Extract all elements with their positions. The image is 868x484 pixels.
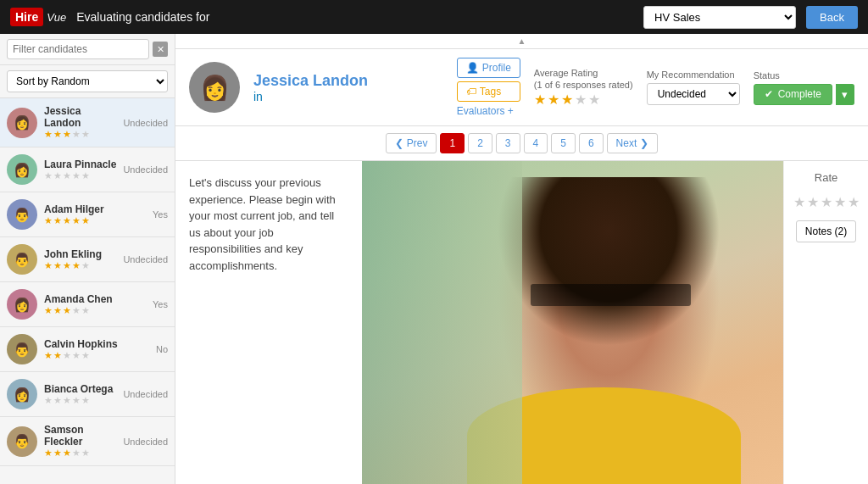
candidate-rating: ★★★★★ — [44, 305, 146, 316]
profile-button[interactable]: 👤 Profile — [457, 58, 520, 78]
star-empty: ★ — [575, 92, 587, 108]
status-caret-button[interactable]: ▾ — [836, 84, 854, 105]
question-panel: Let's discuss your previous experience. … — [175, 161, 362, 484]
star-filled: ★ — [53, 448, 62, 459]
back-button[interactable]: Back — [806, 6, 858, 29]
star-empty: ★ — [81, 395, 90, 406]
rate-stars[interactable]: ★★★★★ — [793, 194, 860, 210]
rate-star[interactable]: ★ — [848, 194, 860, 210]
star-empty: ★ — [44, 395, 53, 406]
candidate-info: Calvin Hopkins★★★★★ — [44, 338, 149, 361]
evaluators-link[interactable]: Evaluators + — [457, 105, 520, 117]
star-filled: ★ — [53, 260, 62, 271]
star-empty: ★ — [72, 395, 81, 406]
rate-star[interactable]: ★ — [793, 194, 805, 210]
star-empty: ★ — [72, 305, 81, 316]
avatar: 👨 — [7, 244, 37, 275]
search-input[interactable] — [7, 39, 149, 59]
candidate-info: Jessica Landon★★★★★ — [44, 105, 116, 140]
rec-select[interactable]: Undecided Yes No — [647, 83, 740, 105]
candidate-list-item[interactable]: 👨Adam Hilger★★★★★Yes — [0, 192, 175, 237]
star-empty: ★ — [72, 170, 81, 181]
star-empty: ★ — [81, 305, 90, 316]
star-empty: ★ — [81, 350, 90, 361]
star-empty: ★ — [81, 260, 90, 271]
candidate-status: Undecided — [123, 389, 168, 399]
star-filled: ★ — [534, 92, 546, 108]
pagination-bar: ❮ Prev 1 2 3 4 5 6 Next ❯ — [175, 126, 868, 161]
star-empty: ★ — [63, 350, 71, 361]
avg-rating-sub: (1 of 6 responses rated) — [534, 80, 633, 90]
star-empty: ★ — [81, 170, 90, 181]
candidate-list-item[interactable]: 👨John Ekling★★★★★Undecided — [0, 237, 175, 282]
status-section: Status ✔ Complete ▾ — [754, 70, 854, 105]
sort-row: Sort by Random Sort by Name Sort by Rati… — [0, 65, 175, 98]
candidate-list-item[interactable]: 👩Jessica Landon★★★★★Undecided — [0, 98, 175, 147]
candidate-rating: ★★★★★ — [44, 129, 116, 140]
star-filled: ★ — [53, 305, 62, 316]
rate-star[interactable]: ★ — [821, 194, 832, 210]
candidate-info: Adam Hilger★★★★★ — [44, 203, 146, 226]
star-filled: ★ — [548, 92, 559, 108]
candidate-info: Samson Fleckler★★★★★ — [44, 424, 116, 459]
avatar: 👩 — [189, 62, 240, 113]
candidate-list-item[interactable]: 👩Laura Pinnacle★★★★★Undecided — [0, 147, 175, 192]
candidate-name: Amanda Chen — [44, 293, 146, 305]
star-empty: ★ — [81, 129, 90, 140]
candidate-list-item[interactable]: 👨Samson Fleckler★★★★★Undecided — [0, 417, 175, 466]
clear-filter-button[interactable]: ✕ — [153, 42, 168, 57]
question-text: Let's discuss your previous experience. … — [189, 175, 348, 274]
page-3-button[interactable]: 3 — [496, 133, 520, 153]
prev-button[interactable]: ❮ Prev — [386, 133, 437, 153]
status-button[interactable]: ✔ Complete — [754, 84, 832, 105]
logo: Hire Vue — [10, 8, 66, 26]
rate-star[interactable]: ★ — [807, 194, 819, 210]
candidate-name: Jessica Landon — [253, 72, 443, 90]
page-6-button[interactable]: 6 — [579, 133, 604, 153]
star-filled: ★ — [44, 215, 53, 226]
sort-select[interactable]: Sort by Random Sort by Name Sort by Rati… — [7, 70, 168, 92]
star-empty: ★ — [81, 448, 90, 459]
candidate-list-item[interactable]: 👩Bianca Ortega★★★★★Undecided — [0, 372, 175, 417]
rec-section: My Recommendation Undecided Yes No — [647, 70, 740, 105]
star-empty: ★ — [63, 170, 71, 181]
candidate-info: Laura Pinnacle★★★★★ — [44, 159, 116, 181]
avatar: 👨 — [7, 334, 37, 364]
linkedin-icon[interactable]: in — [253, 90, 443, 103]
rate-star[interactable]: ★ — [834, 194, 846, 210]
avatar: 👨 — [7, 426, 37, 457]
star-filled: ★ — [561, 92, 573, 108]
star-filled: ★ — [44, 305, 53, 316]
candidate-rating: ★★★★★ — [44, 260, 116, 271]
candidate-list: 👩Jessica Landon★★★★★Undecided👩Laura Pinn… — [0, 98, 175, 484]
candidate-list-item[interactable]: 👩Amanda Chen★★★★★Yes — [0, 282, 175, 327]
video-player[interactable] — [362, 161, 783, 484]
star-filled: ★ — [44, 129, 53, 140]
candidate-status: Yes — [153, 299, 168, 309]
collapse-bar[interactable]: ▲ — [175, 34, 868, 49]
candidate-name: Calvin Hopkins — [44, 338, 149, 350]
notes-button[interactable]: Notes (2) — [796, 220, 856, 242]
job-select[interactable]: HV Sales — [643, 6, 796, 29]
candidate-list-item[interactable]: 👨Calvin Hopkins★★★★★No — [0, 327, 175, 372]
avatar: 👩 — [7, 289, 37, 320]
candidate-name: Laura Pinnacle — [44, 159, 116, 170]
star-empty: ★ — [588, 92, 600, 108]
star-filled: ★ — [63, 129, 71, 140]
candidate-status: No — [156, 344, 168, 354]
star-empty: ★ — [72, 129, 81, 140]
content-area: ▲ 👩 Jessica Landon in 👤 Profile 🏷 Tags E… — [175, 34, 868, 484]
avatar: 👨 — [7, 199, 37, 230]
next-button[interactable]: Next ❯ — [607, 133, 658, 153]
candidate-name: Adam Hilger — [44, 203, 146, 215]
star-empty: ★ — [53, 395, 62, 406]
page-4-button[interactable]: 4 — [524, 133, 548, 153]
page-5-button[interactable]: 5 — [551, 133, 576, 153]
star-filled: ★ — [72, 260, 81, 271]
page-1-button[interactable]: 1 — [440, 133, 465, 153]
avg-rating-stars: ★★★★★ — [534, 92, 600, 108]
video-area: Let's discuss your previous experience. … — [175, 161, 868, 484]
rating-section: Average Rating (1 of 6 responses rated) … — [534, 68, 633, 108]
tags-button[interactable]: 🏷 Tags — [457, 81, 520, 102]
page-2-button[interactable]: 2 — [468, 133, 492, 153]
